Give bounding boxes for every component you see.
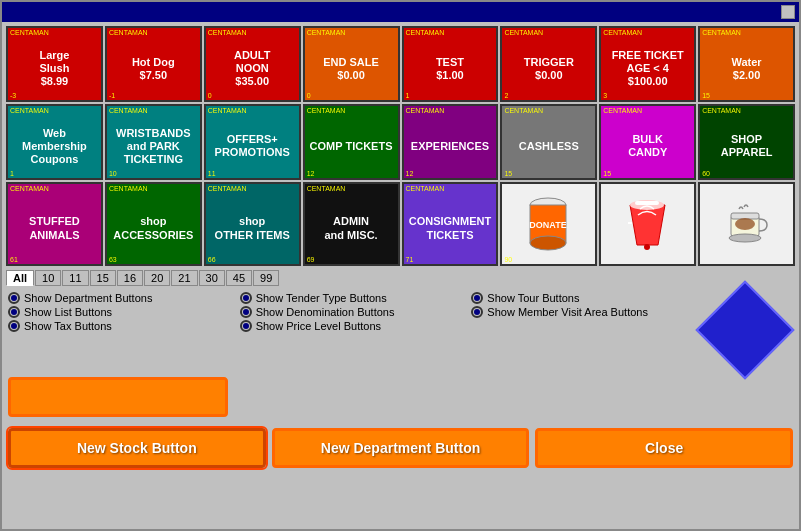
btn-top-label: CENTAMAN — [206, 28, 299, 38]
btn-top-label: CENTAMAN — [305, 184, 398, 194]
button-cell-1[interactable]: CENTAMANLarge Slush $8.99-3 — [6, 26, 103, 102]
report-group-links-button[interactable] — [8, 377, 228, 417]
btn-top-label: CENTAMAN — [107, 106, 200, 116]
btn-top-label: CENTAMAN — [305, 106, 398, 116]
radio-1[interactable] — [240, 292, 252, 304]
tab-15[interactable]: 15 — [90, 270, 116, 286]
btn-top-label: CENTAMAN — [502, 106, 595, 116]
button-cell-24[interactable] — [698, 182, 795, 267]
btn-bottom-label: -1 — [107, 91, 117, 100]
option-label-5: Show Member Visit Area Buttons — [487, 306, 648, 318]
tab-20[interactable]: 20 — [144, 270, 170, 286]
new-stock-button[interactable]: New Stock Button — [8, 428, 266, 468]
button-cell-6[interactable]: CENTAMANTRIGGER $0.002 — [500, 26, 597, 102]
tab-11[interactable]: 11 — [62, 270, 88, 286]
button-cell-9[interactable]: CENTAMANWeb Membership Coupons1 — [6, 104, 103, 180]
button-cell-4[interactable]: CENTAMANEND SALE $0.000 — [303, 26, 400, 102]
btn-image-area — [601, 186, 694, 265]
button-cell-16[interactable]: CENTAMANSHOP APPAREL60 — [698, 104, 795, 180]
btn-top-label: CENTAMAN — [8, 184, 101, 194]
btn-center-text: Hot Dog $7.50 — [107, 38, 200, 100]
btn-top-label: CENTAMAN — [700, 28, 793, 38]
btn-bottom-label: 1 — [404, 91, 412, 100]
diamond-blue — [696, 281, 795, 380]
btn-center-text: END SALE $0.00 — [305, 38, 398, 100]
radio-0[interactable] — [8, 292, 20, 304]
btn-bottom-label: 90 — [502, 255, 514, 264]
button-cell-3[interactable]: CENTAMANADULT NOON $35.000 — [204, 26, 301, 102]
tab-99[interactable]: 99 — [253, 270, 279, 286]
option-label-0: Show Department Buttons — [24, 292, 152, 304]
btn-image-area: DONATE — [502, 186, 595, 265]
svg-text:DONATE: DONATE — [530, 220, 567, 230]
btn-top-label: CENTAMAN — [404, 28, 497, 38]
button-cell-11[interactable]: CENTAMANOFFERS+ PROMOTIONS11 — [204, 104, 301, 180]
buttons-grid: CENTAMANLarge Slush $8.99-3CENTAMANHot D… — [6, 26, 795, 266]
btn-bottom-label: 15 — [700, 91, 712, 100]
new-dept-button[interactable]: New Department Button — [272, 428, 530, 468]
title-bar — [2, 2, 799, 22]
button-cell-7[interactable]: CENTAMANFREE TICKET AGE < 4 $100.003 — [599, 26, 696, 102]
button-cell-2[interactable]: CENTAMANHot Dog $7.50-1 — [105, 26, 202, 102]
tab-all[interactable]: All — [6, 270, 34, 286]
btn-bottom-label: 66 — [206, 255, 218, 264]
main-content: CENTAMANLarge Slush $8.99-3CENTAMANHot D… — [2, 22, 799, 529]
button-cell-23[interactable] — [599, 182, 696, 267]
btn-top-label: CENTAMAN — [404, 184, 497, 194]
btn-top-label: CENTAMAN — [8, 28, 101, 38]
btn-bottom-label: 71 — [404, 255, 416, 264]
option-item-2: Show Tour Buttons — [471, 292, 699, 304]
btn-center-text: ADULT NOON $35.00 — [206, 38, 299, 100]
close-button[interactable]: Close — [535, 428, 793, 468]
svg-point-8 — [644, 244, 650, 250]
btn-center-text: TRIGGER $0.00 — [502, 38, 595, 100]
button-cell-12[interactable]: CENTAMANCOMP TICKETS12 — [303, 104, 400, 180]
button-cell-20[interactable]: CENTAMANADMIN and MISC.69 — [303, 182, 400, 267]
tab-45[interactable]: 45 — [226, 270, 252, 286]
btn-bottom-label: 2 — [502, 91, 510, 100]
create-buttons-window: CENTAMANLarge Slush $8.99-3CENTAMANHot D… — [0, 0, 801, 531]
tabs-row: All101115162021304599 — [6, 269, 795, 287]
button-cell-8[interactable]: CENTAMANWater $2.0015 — [698, 26, 795, 102]
btn-bottom-label — [700, 262, 704, 264]
button-cell-17[interactable]: CENTAMANSTUFFED ANIMALS61 — [6, 182, 103, 267]
btn-bottom-label: 10 — [107, 169, 119, 178]
close-window-button[interactable] — [781, 5, 795, 19]
button-cell-21[interactable]: CENTAMANCONSIGNMENT TICKETS71 — [402, 182, 499, 267]
radio-7[interactable] — [240, 320, 252, 332]
btn-bottom-label: 63 — [107, 255, 119, 264]
button-cell-14[interactable]: CENTAMANCASHLESS15 — [500, 104, 597, 180]
radio-5[interactable] — [471, 306, 483, 318]
btn-bottom-label: -3 — [8, 91, 18, 100]
button-cell-10[interactable]: CENTAMANWRISTBANDS and PARK TICKETING10 — [105, 104, 202, 180]
btn-center-text: OFFERS+ PROMOTIONS — [206, 115, 299, 177]
tab-10[interactable]: 10 — [35, 270, 61, 286]
options-area: Show Department ButtonsShow Tender Type … — [6, 290, 795, 370]
button-cell-18[interactable]: CENTAMANshop ACCESSORIES63 — [105, 182, 202, 267]
radio-3[interactable] — [8, 306, 20, 318]
radio-4[interactable] — [240, 306, 252, 318]
btn-top-label: CENTAMAN — [502, 28, 595, 38]
btn-bottom-label: 60 — [700, 169, 712, 178]
button-cell-5[interactable]: CENTAMANTEST $1.001 — [402, 26, 499, 102]
button-cell-13[interactable]: CENTAMANEXPERIENCES12 — [402, 104, 499, 180]
button-cell-22[interactable]: DONATE 90 — [500, 182, 597, 267]
radio-6[interactable] — [8, 320, 20, 332]
option-label-4: Show Denomination Buttons — [256, 306, 395, 318]
btn-center-text: COMP TICKETS — [305, 115, 398, 177]
tab-21[interactable]: 21 — [171, 270, 197, 286]
button-cell-15[interactable]: CENTAMANBULK CANDY15 — [599, 104, 696, 180]
btn-bottom-label: 61 — [8, 255, 20, 264]
svg-point-11 — [729, 234, 761, 242]
btn-top-label: CENTAMAN — [601, 106, 694, 116]
button-cell-19[interactable]: CENTAMANshop OTHER ITEMS66 — [204, 182, 301, 267]
option-item-6: Show Tax Buttons — [8, 320, 236, 332]
btn-center-text: BULK CANDY — [601, 115, 694, 177]
tab-30[interactable]: 30 — [199, 270, 225, 286]
tab-16[interactable]: 16 — [117, 270, 143, 286]
option-item-0: Show Department Buttons — [8, 292, 236, 304]
bottom-buttons-row: New Stock ButtonNew Department ButtonClo… — [6, 424, 795, 472]
radio-2[interactable] — [471, 292, 483, 304]
btn-bottom-label: 0 — [206, 91, 214, 100]
btn-bottom-label: 12 — [305, 169, 317, 178]
